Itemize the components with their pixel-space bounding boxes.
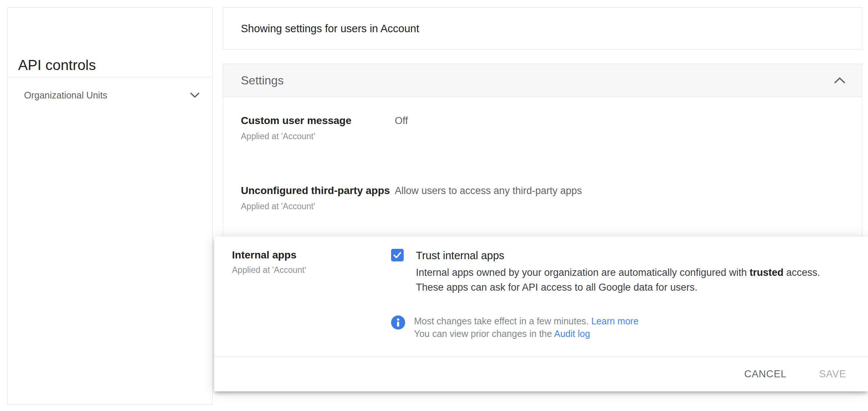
changes-notice: Most changes take effect in a few minute… — [391, 315, 868, 340]
cancel-button[interactable]: CANCEL — [744, 368, 786, 380]
setting-value: Allow users to access any third-party ap… — [395, 184, 582, 197]
notice-line2-text: You can view prior changes in the — [414, 328, 552, 339]
internal-apps-card-body: Internal apps Applied at 'Account' Trust… — [214, 237, 868, 340]
setting-row-unconfigured-third-party-apps[interactable]: Unconfigured third-party apps Applied at… — [241, 184, 862, 211]
setting-applied-at: Applied at 'Account' — [232, 265, 391, 275]
checkmark-icon — [393, 251, 402, 260]
chevron-down-icon[interactable] — [190, 92, 200, 98]
internal-apps-controls: Trust internal apps Internal apps owned … — [391, 249, 868, 340]
info-icon — [391, 315, 405, 330]
setting-row-label-col: Internal apps Applied at 'Account' — [232, 249, 391, 275]
settings-section-title: Settings — [241, 74, 284, 87]
sidebar-item-organizational-units[interactable]: Organizational Units — [8, 77, 212, 113]
settings-panel: Settings Custom user message Applied at … — [223, 64, 862, 241]
learn-more-link[interactable]: Learn more — [591, 316, 639, 326]
notice-line1: Most changes take effect in a few minute… — [414, 315, 639, 327]
setting-row-custom-user-message[interactable]: Custom user message Applied at 'Account'… — [241, 114, 862, 141]
internal-apps-description: Internal apps owned by your organization… — [416, 265, 868, 295]
description-text: Internal apps owned by your organization… — [416, 267, 747, 278]
setting-label: Unconfigured third-party apps — [241, 184, 395, 197]
description-text-line2: These apps can ask for API access to all… — [416, 280, 868, 295]
notice-text: Most changes take effect in a few minute… — [414, 315, 639, 340]
notice-line1-text: Most changes take effect in a few minute… — [414, 316, 589, 326]
setting-applied-at: Applied at 'Account' — [241, 131, 395, 141]
notice-line2: You can view prior changes in the Audit … — [414, 327, 639, 340]
trust-internal-apps-checkbox[interactable] — [391, 249, 404, 261]
internal-apps-edit-card: Internal apps Applied at 'Account' Trust… — [214, 237, 868, 391]
setting-row-label-col: Unconfigured third-party apps Applied at… — [241, 184, 395, 211]
card-actions: CANCEL SAVE — [214, 357, 868, 391]
settings-rows: Custom user message Applied at 'Account'… — [223, 97, 862, 211]
scope-banner: Showing settings for users in Account — [223, 7, 862, 50]
save-button[interactable]: SAVE — [819, 368, 846, 380]
setting-label: Internal apps — [232, 249, 391, 261]
setting-value: Off — [395, 114, 408, 127]
setting-applied-at: Applied at 'Account' — [241, 201, 395, 211]
trust-internal-apps-option: Trust internal apps — [391, 249, 868, 262]
setting-row-label-col: Custom user message Applied at 'Account' — [241, 114, 395, 141]
settings-section-header[interactable]: Settings — [223, 64, 862, 97]
page-title: API controls — [18, 57, 96, 74]
sidebar-item-label: Organizational Units — [24, 90, 107, 101]
description-bold-text: trusted — [750, 267, 784, 278]
scope-banner-text: Showing settings for users in Account — [241, 23, 419, 35]
description-text: access. — [786, 267, 820, 278]
api-controls-sidebar: API controls Organizational Units — [7, 7, 213, 405]
setting-label: Custom user message — [241, 114, 395, 127]
audit-log-link[interactable]: Audit log — [554, 328, 590, 339]
chevron-up-icon[interactable] — [834, 77, 845, 84]
trust-internal-apps-label[interactable]: Trust internal apps — [416, 249, 504, 262]
